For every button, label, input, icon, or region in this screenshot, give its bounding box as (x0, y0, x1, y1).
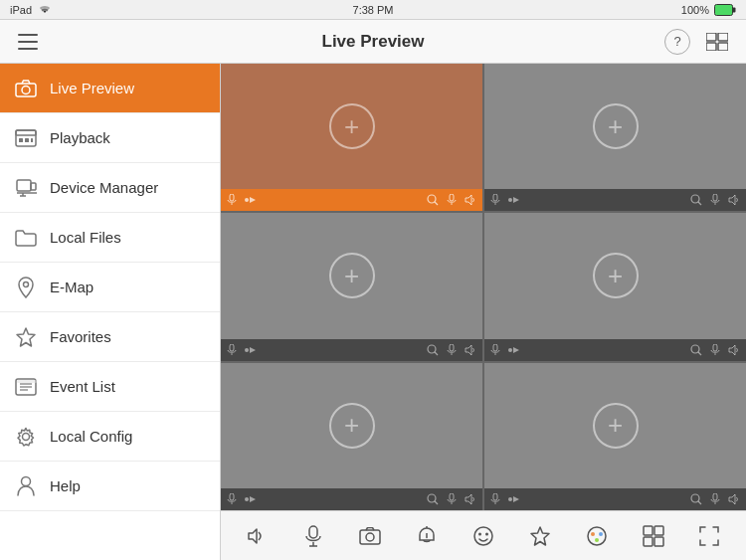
status-left: iPad (10, 4, 52, 16)
camera-cell-6[interactable]: + (484, 363, 746, 510)
cam-rec-icon-3 (245, 345, 257, 355)
svg-marker-90 (531, 527, 549, 545)
cam-vol-icon-3 (465, 344, 476, 356)
cam-zoom-icon-5 (427, 493, 439, 505)
svg-rect-5 (18, 48, 38, 50)
cam-mic-icon-2 (490, 194, 500, 206)
help-button[interactable]: ? (664, 29, 690, 55)
cam-rec-icon-2 (508, 195, 520, 205)
svg-marker-70 (466, 494, 471, 504)
gear-icon (14, 425, 38, 449)
volume-button[interactable] (239, 518, 275, 554)
camera-cell-2[interactable]: + (484, 64, 746, 211)
svg-point-94 (595, 538, 599, 542)
add-camera-3[interactable]: + (329, 253, 375, 298)
cam-zoom-icon-4 (690, 344, 702, 356)
cam-rec-icon-4 (508, 345, 520, 355)
camera-toolbar-2 (484, 189, 746, 211)
status-bar: iPad 7:38 PM 100% (0, 0, 746, 20)
svg-rect-52 (450, 344, 454, 351)
svg-point-93 (599, 532, 603, 536)
camera-view-3: + (221, 213, 482, 338)
svg-point-42 (691, 195, 699, 203)
svg-point-65 (245, 497, 249, 501)
svg-marker-38 (466, 195, 471, 205)
sidebar-label-favorites: Favorites (50, 328, 111, 345)
svg-rect-9 (718, 43, 728, 51)
svg-point-58 (691, 345, 699, 353)
camera-cell-4[interactable]: + (484, 213, 746, 360)
fullscreen-button[interactable] (691, 518, 727, 554)
sidebar-label-live-preview: Live Preview (50, 80, 134, 96)
snapshot-button[interactable] (352, 518, 388, 554)
svg-line-75 (698, 501, 701, 504)
svg-rect-8 (706, 43, 716, 51)
camera-toolbar-3 (221, 339, 482, 361)
add-camera-2[interactable]: + (593, 103, 639, 149)
svg-rect-96 (654, 526, 663, 535)
nav-bar: Live Preview ? (0, 20, 746, 64)
svg-point-11 (22, 86, 30, 93)
svg-rect-68 (450, 493, 454, 500)
page-title: Live Preview (321, 32, 424, 52)
svg-rect-47 (230, 344, 234, 351)
sidebar-item-event-list[interactable]: Event List (0, 362, 220, 412)
svg-rect-60 (713, 344, 717, 351)
wifi-icon (38, 5, 52, 15)
sidebar-label-local-files: Local Files (50, 229, 121, 246)
camera-cell-3[interactable]: + (221, 213, 482, 360)
cam-mic-icon-3 (227, 344, 237, 356)
camera-toolbar-5 (221, 488, 482, 510)
layout-select-button[interactable] (636, 518, 671, 554)
svg-rect-31 (230, 194, 234, 201)
svg-point-49 (245, 348, 249, 352)
svg-rect-6 (706, 33, 716, 41)
svg-rect-3 (18, 34, 38, 36)
sidebar-item-help[interactable]: Help (0, 462, 220, 511)
svg-line-35 (435, 202, 438, 205)
svg-rect-80 (309, 526, 317, 538)
device-label: iPad (10, 4, 32, 16)
camera-cell-5[interactable]: + (221, 363, 482, 510)
svg-point-73 (508, 497, 512, 501)
hamburger-icon (18, 34, 38, 50)
svg-point-86 (426, 536, 428, 538)
svg-rect-39 (493, 194, 497, 201)
menu-button[interactable] (12, 30, 44, 54)
svg-point-33 (245, 198, 249, 202)
svg-rect-28 (17, 380, 37, 383)
sidebar-item-emap[interactable]: E-Map (0, 263, 220, 312)
content-area: + (221, 64, 746, 560)
face-detect-button[interactable] (466, 518, 501, 554)
svg-line-59 (698, 352, 701, 355)
svg-point-34 (428, 195, 436, 203)
favorites-button[interactable] (522, 518, 558, 554)
camera-view-5: + (221, 363, 482, 488)
sidebar-item-live-preview[interactable]: Live Preview (0, 64, 220, 113)
add-camera-1[interactable]: + (329, 103, 375, 149)
sidebar-item-device-manager[interactable]: Device Manager (0, 163, 220, 213)
add-camera-4[interactable]: + (593, 253, 639, 298)
bottom-toolbar (221, 510, 746, 560)
svg-point-92 (591, 532, 595, 536)
svg-point-91 (588, 527, 606, 545)
add-camera-6[interactable]: + (593, 403, 639, 449)
svg-rect-95 (644, 526, 653, 535)
microphone-button[interactable] (295, 518, 331, 554)
sidebar-item-local-files[interactable]: Local Files (0, 213, 220, 263)
sidebar-item-local-config[interactable]: Local Config (0, 412, 220, 462)
layout-button[interactable] (700, 29, 734, 55)
camera-toolbar-1 (221, 189, 482, 211)
svg-rect-71 (493, 493, 497, 500)
alarm-button[interactable] (409, 518, 445, 554)
cam-vol-icon-1 (465, 194, 476, 206)
svg-point-66 (428, 494, 436, 502)
sidebar-item-playback[interactable]: Playback (0, 113, 220, 163)
add-camera-5[interactable]: + (329, 403, 375, 449)
color-button[interactable] (579, 518, 615, 554)
camera-grid: + (221, 64, 746, 510)
svg-rect-63 (230, 493, 234, 500)
sidebar-item-favorites[interactable]: Favorites (0, 312, 220, 362)
sidebar-label-local-config: Local Config (50, 428, 132, 445)
camera-cell-1[interactable]: + (221, 64, 482, 211)
